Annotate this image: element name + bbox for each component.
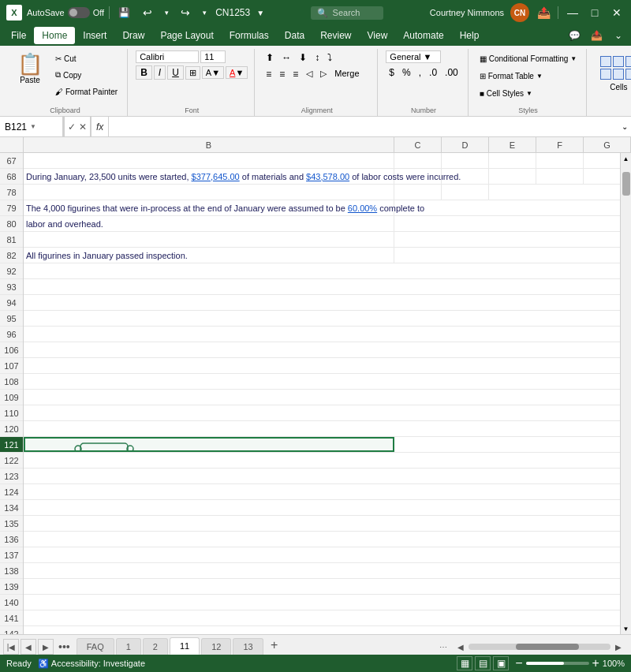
cell-c68[interactable] [394, 169, 442, 184]
cell-e67[interactable] [489, 153, 536, 168]
percent-button[interactable]: % [399, 65, 414, 80]
cell-b78[interactable] [24, 185, 394, 200]
menu-draw[interactable]: Draw [114, 27, 152, 44]
col-header-e[interactable]: E [489, 137, 536, 152]
cells-group-widget[interactable]: Cells [595, 50, 631, 96]
row-num-81[interactable]: 81 [0, 232, 23, 248]
menu-data[interactable]: Data [277, 27, 312, 44]
cell-row122[interactable] [24, 453, 620, 468]
cell-row124[interactable] [24, 484, 620, 499]
number-format-dropdown[interactable]: General ▼ [386, 50, 441, 63]
menu-automate[interactable]: Automate [395, 27, 451, 44]
cell-rest78[interactable] [489, 185, 620, 200]
cell-row108[interactable] [24, 374, 620, 389]
row-num-92[interactable]: 92 [0, 263, 23, 279]
row-num-140[interactable]: 140 [0, 595, 23, 610]
cell-row136[interactable] [24, 532, 620, 547]
cell-row134[interactable] [24, 500, 620, 515]
decimal-increase-button[interactable]: .00 [442, 65, 461, 80]
scroll-up-button[interactable]: ▲ [621, 153, 631, 164]
cell-b79[interactable]: The 4,000 figurines that were in-process… [24, 200, 394, 215]
align-bottom-button[interactable]: ⬇ [296, 50, 310, 65]
wrap-text-button[interactable]: ⤵ [324, 50, 335, 65]
scroll-down-button[interactable]: ▼ [621, 623, 631, 634]
align-middle-button[interactable]: ↔ [278, 50, 294, 65]
cell-row110[interactable] [24, 405, 620, 420]
h-scroll-left-button[interactable]: ◀ [454, 640, 467, 653]
row-num-121[interactable]: 121 [0, 437, 23, 453]
tab-11[interactable]: 11 [170, 637, 200, 655]
italic-button[interactable]: I [154, 65, 166, 80]
bold-button[interactable]: B [136, 65, 152, 80]
vertical-scrollbar[interactable]: ▲ ▼ [620, 153, 631, 634]
menu-review[interactable]: Review [312, 27, 359, 44]
indent-increase-button[interactable]: ▷ [317, 67, 330, 81]
cell-row141[interactable] [24, 610, 620, 625]
cell-rest81[interactable] [394, 232, 620, 247]
scroll-thumb[interactable] [622, 172, 630, 196]
cell-rest79[interactable] [394, 200, 620, 215]
row-num-138[interactable]: 138 [0, 563, 23, 579]
row-num-134[interactable]: 134 [0, 500, 23, 516]
row-num-95[interactable]: 95 [0, 311, 23, 327]
row-num-82[interactable]: 82 [0, 248, 23, 263]
view-normal-button[interactable]: ▦ [457, 656, 472, 670]
cell-rest82[interactable] [394, 248, 620, 263]
redo-button[interactable]: ↪ [176, 5, 195, 21]
cell-row123[interactable] [24, 469, 620, 483]
redo-dropdown[interactable]: ▼ [200, 5, 209, 21]
formula-checkmark[interactable]: ✓ [68, 121, 76, 133]
merge-center-button[interactable]: Merge [331, 67, 371, 81]
cell-b82[interactable]: All figurines in January passed inspecti… [24, 248, 394, 263]
cell-row95[interactable] [24, 311, 620, 326]
row-num-78[interactable]: 78 [0, 185, 23, 200]
close-button[interactable]: ✕ [609, 5, 625, 21]
menu-view[interactable]: View [360, 27, 396, 44]
border-button[interactable]: ⊞ [185, 66, 200, 80]
cell-ref-dropdown[interactable]: ▼ [30, 123, 36, 130]
cell-styles-button[interactable]: ■ Cell Styles ▼ [476, 85, 536, 101]
save-button[interactable]: 💾 [114, 5, 133, 21]
indent-decrease-button[interactable]: ◁ [303, 67, 316, 81]
zoom-minus-button[interactable]: − [515, 656, 522, 670]
row-num-80[interactable]: 80 [0, 216, 23, 232]
align-right-button[interactable]: ≡ [289, 67, 301, 81]
cell-row107[interactable] [24, 358, 620, 373]
cut-button[interactable]: ✂Cut [52, 50, 121, 66]
row-num-124[interactable]: 124 [0, 484, 23, 500]
cell-row120[interactable] [24, 421, 620, 436]
cell-d68[interactable] [442, 169, 489, 184]
col-header-f[interactable]: F [536, 137, 584, 152]
row-num-137[interactable]: 137 [0, 547, 23, 563]
cell-row137[interactable] [24, 547, 620, 562]
scroll-track[interactable] [621, 164, 631, 623]
row-num-67[interactable]: 67 [0, 153, 23, 169]
row-num-108[interactable]: 108 [0, 374, 23, 390]
cell-reference-box[interactable]: B121 ▼ [0, 117, 63, 136]
cell-c67[interactable] [394, 153, 442, 168]
cell-g67[interactable] [584, 153, 620, 168]
copy-button[interactable]: ⧉Copy [52, 67, 121, 83]
cell-row109[interactable] [24, 390, 620, 405]
search-bar[interactable]: 🔍 Search [311, 6, 384, 20]
row-num-136[interactable]: 136 [0, 532, 23, 547]
minimize-button[interactable]: — [565, 5, 581, 21]
underline-button[interactable]: U [167, 65, 184, 80]
paste-button[interactable]: 📋 Paste [9, 50, 50, 99]
cell-row94[interactable] [24, 295, 620, 310]
decimal-decrease-button[interactable]: .0 [426, 65, 440, 80]
align-top-button[interactable]: ⬆ [263, 50, 277, 65]
format-table-button[interactable]: ⊞ Format Table ▼ [476, 68, 546, 84]
cell-f67[interactable] [536, 153, 584, 168]
menu-formulas[interactable]: Formulas [222, 27, 277, 44]
undo-dropdown[interactable]: ▼ [162, 5, 171, 21]
cell-b121[interactable] [24, 437, 394, 452]
text-direction-button[interactable]: ↕ [312, 50, 323, 65]
row-num-94[interactable]: 94 [0, 295, 23, 311]
tab-13[interactable]: 13 [233, 638, 263, 655]
row-num-110[interactable]: 110 [0, 405, 23, 421]
col-header-c[interactable]: C [394, 137, 442, 152]
view-page-button[interactable]: ▣ [493, 656, 509, 670]
undo-button[interactable]: ↩ [138, 5, 157, 21]
align-center-button[interactable]: ≡ [276, 67, 288, 81]
